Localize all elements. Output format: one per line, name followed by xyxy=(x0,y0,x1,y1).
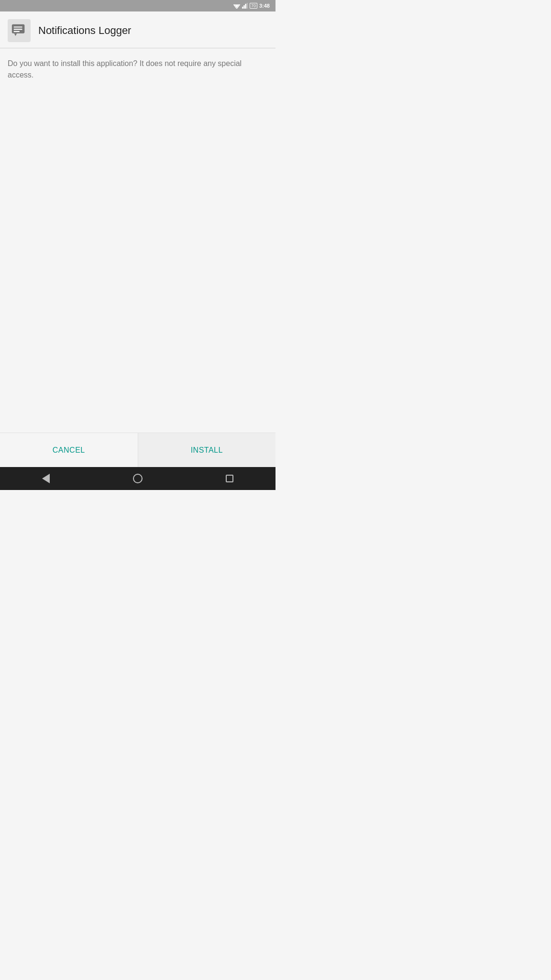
app-content: Notifications Logger Do you want to inst… xyxy=(0,11,276,467)
app-icon xyxy=(8,19,31,42)
svg-marker-10 xyxy=(14,33,17,36)
svg-rect-3 xyxy=(243,5,245,9)
back-triangle-icon xyxy=(42,474,50,483)
bottom-buttons: CANCEL INSTALL xyxy=(0,433,276,467)
recents-button[interactable] xyxy=(220,469,239,488)
status-bar: 70 3:48 xyxy=(0,0,276,11)
status-time: 3:48 xyxy=(259,3,270,9)
svg-rect-2 xyxy=(242,7,243,9)
home-nav-icon xyxy=(132,473,143,484)
recents-nav-icon xyxy=(224,473,235,484)
app-title: Notifications Logger xyxy=(38,24,131,37)
cancel-button[interactable]: CANCEL xyxy=(0,433,138,467)
home-button[interactable] xyxy=(128,469,147,488)
status-icons: 70 3:48 xyxy=(233,3,270,9)
app-logo-icon xyxy=(11,22,28,39)
svg-rect-5 xyxy=(247,3,248,9)
home-circle-icon xyxy=(133,474,143,483)
svg-rect-4 xyxy=(245,4,246,9)
main-content: Do you want to install this application?… xyxy=(0,48,276,433)
back-button[interactable] xyxy=(36,469,55,488)
install-description: Do you want to install this application?… xyxy=(8,58,268,81)
wifi-icon xyxy=(233,3,240,9)
battery-indicator: 70 xyxy=(250,3,257,9)
battery-level: 70 xyxy=(251,3,256,8)
signal-icon xyxy=(242,3,248,9)
nav-bar xyxy=(0,467,276,490)
install-button[interactable]: INSTALL xyxy=(138,433,276,467)
app-header: Notifications Logger xyxy=(0,11,276,48)
recents-square-icon xyxy=(226,475,233,482)
back-nav-icon xyxy=(40,473,52,484)
